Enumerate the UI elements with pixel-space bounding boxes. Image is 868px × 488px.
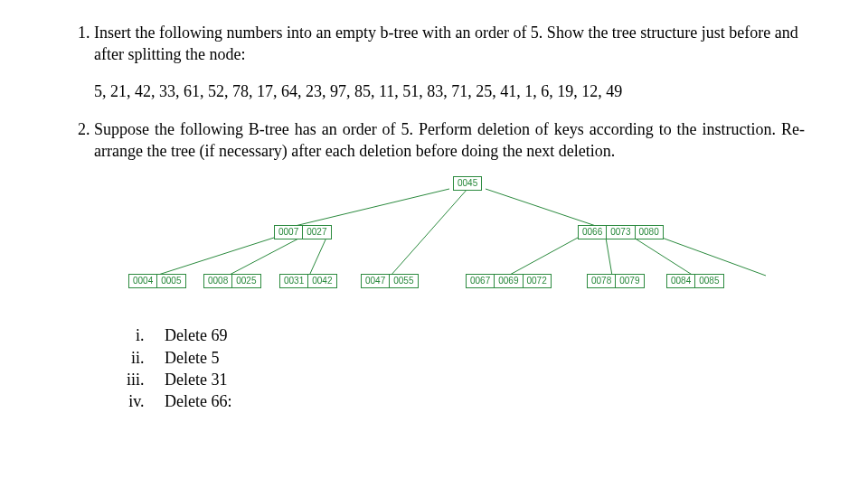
btree-internal-right: 0066 0073 0080 [578,225,664,239]
btree-key: 0085 [695,274,723,288]
btree-diagram: 0045 0007 0027 0066 0073 0080 0004 0005 [106,174,793,310]
btree-key: 0008 [203,274,232,288]
btree-key: 0079 [616,274,644,288]
btree-leaf: 0078 0079 [587,274,645,288]
btree-key: 0025 [232,274,260,288]
question-2-text: Suppose the following B-tree has an orde… [94,118,805,163]
btree-key: 0007 [274,225,303,239]
svg-line-7 [606,238,612,276]
question-1-text: Insert the following numbers into an emp… [94,22,805,66]
btree-key: 0004 [128,274,157,288]
svg-line-9 [662,238,766,276]
btree-root: 0045 [453,176,482,191]
question-1: Insert the following numbers into an emp… [94,22,805,102]
btree-leaf: 0067 0069 0072 [466,274,552,288]
btree-key: 0067 [466,274,495,288]
svg-line-3 [228,238,300,276]
question-2: Suppose the following B-tree has an orde… [94,118,805,413]
btree-leaf: 0047 0055 [361,274,419,288]
btree-key: 0072 [524,274,552,288]
btree-key: 0078 [587,274,616,288]
btree-key: 0047 [361,274,390,288]
deletion-item: Delete 31 [148,369,805,390]
btree-internal-left: 0007 0027 [274,225,332,239]
svg-line-0 [291,189,449,227]
btree-edges [106,174,793,310]
btree-key: 0042 [308,274,336,288]
svg-line-4 [309,238,326,276]
page-content: Insert the following numbers into an emp… [0,0,868,488]
btree-key: 0031 [279,274,308,288]
deletion-item: Delete 69 [148,324,805,346]
btree-leaf: 0084 0085 [666,274,724,288]
btree-key: 0084 [666,274,695,288]
deletion-item: Delete 66: [148,390,805,412]
svg-line-5 [391,189,467,276]
svg-line-1 [486,189,599,227]
btree-key: 0080 [636,225,664,239]
deletion-item: Delete 5 [148,347,805,369]
deletion-list: Delete 69 Delete 5 Delete 31 Delete 66: [94,324,805,412]
btree-key: 0045 [453,176,482,191]
svg-line-2 [156,238,274,276]
btree-leaf: 0031 0042 [279,274,337,288]
svg-line-8 [634,238,693,276]
btree-key: 0066 [578,225,607,239]
btree-leaf: 0008 0025 [203,274,261,288]
question-1-numbers: 5, 21, 42, 33, 61, 52, 78, 17, 64, 23, 9… [94,80,805,102]
btree-leaf: 0004 0005 [128,274,186,288]
svg-line-6 [508,238,578,276]
btree-key: 0073 [607,225,635,239]
btree-key: 0069 [495,274,523,288]
question-list: Insert the following numbers into an emp… [63,22,805,413]
btree-key: 0027 [303,225,331,239]
btree-key: 0005 [157,274,185,288]
btree-key: 0055 [390,274,418,288]
